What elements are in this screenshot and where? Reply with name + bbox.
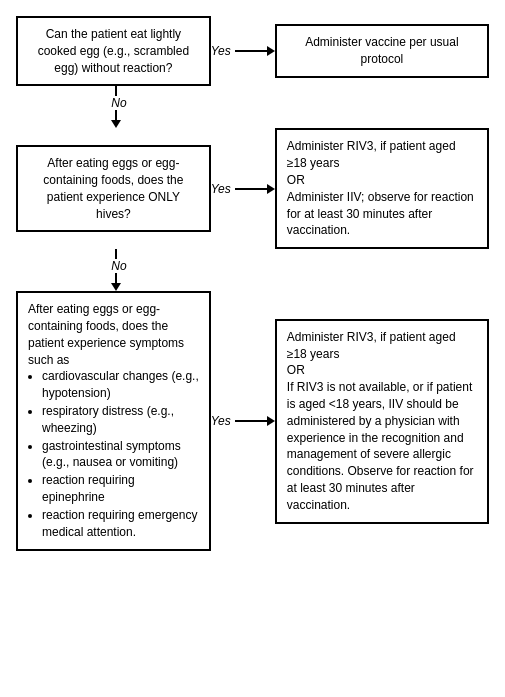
- result-3-or: OR: [287, 363, 305, 377]
- spacer-1: [216, 86, 269, 128]
- arrow-down-1: [115, 86, 117, 96]
- bullet-1: cardiovascular changes (e.g., hypotensio…: [42, 368, 199, 402]
- v-line-1b: [115, 110, 117, 120]
- question-3-intro: After eating eggs or egg-containing food…: [28, 302, 184, 366]
- row-1: Can the patient eat lightly cooked egg (…: [16, 16, 489, 86]
- arrow-head-1: [267, 46, 275, 56]
- arrow-head-3: [267, 416, 275, 426]
- no-arrow-2-col: No: [16, 249, 216, 291]
- spacer-2: [216, 249, 269, 291]
- result-1-box: Administer vaccine per usual protocol: [275, 24, 489, 78]
- bullet-3: gastrointestinal symptoms (e.g., nausea …: [42, 438, 199, 472]
- arrow-head-down-1: [111, 120, 121, 128]
- flowchart: Can the patient eat lightly cooked egg (…: [16, 16, 489, 551]
- arrow-yes-3-area: Yes: [211, 414, 275, 428]
- question-2-box: After eating eggs or egg-containing food…: [16, 145, 211, 232]
- question-1-box: Can the patient eat lightly cooked egg (…: [16, 16, 211, 86]
- v-line-2: [115, 249, 117, 259]
- arrow-line-h-1: [235, 50, 267, 52]
- bullet-2: respiratory distress (e.g., wheezing): [42, 403, 199, 437]
- spacer-2r: [269, 249, 489, 291]
- arrow-down-1b: [111, 110, 121, 128]
- arrow-head-2: [267, 184, 275, 194]
- question-1-text: Can the patient eat lightly cooked egg (…: [38, 27, 189, 75]
- result-2-box: Administer RIV3, if patient aged ≥18 yea…: [275, 128, 489, 249]
- bullet-4: reaction requiring epinephrine: [42, 472, 199, 506]
- row-2: After eating eggs or egg-containing food…: [16, 128, 489, 249]
- question-2-text: After eating eggs or egg-containing food…: [43, 156, 183, 220]
- row-3: After eating eggs or egg-containing food…: [16, 291, 489, 551]
- yes-arrow-3: Yes: [211, 414, 275, 428]
- no-label-2: No: [111, 259, 126, 273]
- arrow-line-h-2: [235, 188, 267, 190]
- arrow-line-h-3: [235, 420, 267, 422]
- question-3-box: After eating eggs or egg-containing food…: [16, 291, 211, 551]
- bullet-5: reaction requiring emergency medical att…: [42, 507, 199, 541]
- yes-label-2: Yes: [211, 182, 231, 196]
- yes-arrow-1: Yes: [211, 44, 275, 58]
- yes-label-3: Yes: [211, 414, 231, 428]
- result-3-line2: If RIV3 is not available, or if patient …: [287, 380, 474, 512]
- arrow-down-2: [115, 249, 117, 259]
- no-arrow-1-row: No: [16, 86, 489, 128]
- arrow-head-down-2: [111, 283, 121, 291]
- result-3-line1: Administer RIV3, if patient aged ≥18 yea…: [287, 330, 456, 361]
- spacer-1r: [269, 86, 489, 128]
- result-3-box: Administer RIV3, if patient aged ≥18 yea…: [275, 319, 489, 524]
- arrow-down-2b: [111, 273, 121, 291]
- no-label-1: No: [111, 96, 126, 110]
- no-label-1-row: No: [105, 96, 126, 110]
- no-label-2-row: No: [105, 259, 126, 273]
- arrow-yes-1-area: Yes: [211, 44, 275, 58]
- yes-label-1: Yes: [211, 44, 231, 58]
- no-arrow-1-col: No: [16, 86, 216, 128]
- no-arrow-2-row: No: [16, 249, 489, 291]
- arrow-yes-2-area: Yes: [211, 182, 275, 196]
- result-2-line2: Administer IIV; observe for reaction for…: [287, 190, 474, 238]
- v-line-2b: [115, 273, 117, 283]
- result-1-text: Administer vaccine per usual protocol: [305, 35, 458, 66]
- result-2-or: OR: [287, 173, 305, 187]
- yes-arrow-2: Yes: [211, 182, 275, 196]
- question-3-list: cardiovascular changes (e.g., hypotensio…: [28, 368, 199, 540]
- result-2-line1: Administer RIV3, if patient aged ≥18 yea…: [287, 139, 456, 170]
- v-line-1: [115, 86, 117, 96]
